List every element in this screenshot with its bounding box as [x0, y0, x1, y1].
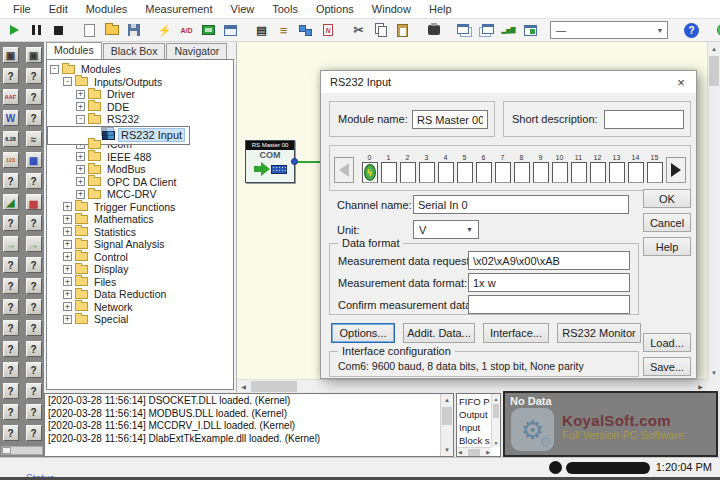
module-palette-icon[interactable]: ? [26, 173, 42, 189]
palette-scroll-thumb[interactable] [2, 447, 11, 454]
expand-toggle-icon[interactable]: + [63, 277, 72, 286]
rs-master-module-block[interactable]: RS Master 00 COM [245, 140, 295, 183]
channel-cell[interactable] [495, 162, 511, 183]
module-palette-icon[interactable]: ≈ [26, 131, 42, 147]
module-palette-icon[interactable]: → [26, 236, 42, 252]
workspace-vscrollbar[interactable]: ▲ ▼ [707, 42, 720, 379]
module-palette-icon[interactable]: ? [3, 425, 19, 441]
ad-converter-button[interactable]: A/D [177, 21, 196, 40]
expand-toggle-icon[interactable]: + [76, 102, 85, 111]
scroll-left-icon[interactable]: ◀ [237, 380, 250, 393]
channel-14[interactable]: 14 [626, 153, 645, 183]
module-palette-icon[interactable]: ▣ [3, 47, 19, 63]
tree-item-files[interactable]: +Files [47, 276, 233, 289]
menu-help[interactable]: Help [420, 1, 461, 17]
channel-cell[interactable] [419, 162, 435, 183]
module-palette-icon[interactable]: ◢ [3, 194, 19, 210]
module-palette-icon[interactable]: W [3, 110, 19, 126]
channel-0[interactable]: 0ϟ [360, 153, 379, 183]
menu-tools[interactable]: Tools [263, 1, 307, 17]
tree-item-signal-analysis[interactable]: +Signal Analysis [47, 238, 233, 251]
tree-item-rs232-input[interactable]: RS232 Input [47, 126, 190, 145]
tab-black-box[interactable]: Black Box [103, 43, 166, 59]
channel-cell[interactable] [533, 162, 549, 183]
help-icon[interactable]: ? [684, 23, 699, 38]
short-description-input[interactable] [604, 110, 684, 129]
fifo-vscrollbar[interactable]: ▲ ▼ [491, 394, 500, 447]
fifo-hscrollbar[interactable]: ◀ ▶ [457, 447, 491, 456]
channel-12[interactable]: 12 [588, 153, 607, 183]
channel-13[interactable]: 13 [607, 153, 626, 183]
tree-item-mcc-drv[interactable]: +MCC-DRV [47, 188, 233, 201]
interface-button[interactable]: Interface... [483, 323, 549, 343]
documentation-button[interactable] [318, 21, 337, 40]
start-button[interactable] [5, 21, 24, 40]
tab-navigator[interactable]: Navigator [166, 43, 227, 59]
module-output-port[interactable] [291, 158, 298, 165]
module-palette-icon[interactable]: ? [3, 362, 19, 378]
expand-toggle-icon[interactable]: + [63, 240, 72, 249]
channel-cell[interactable] [476, 162, 492, 183]
module-palette-icon[interactable]: ▦ [26, 152, 42, 168]
help-button[interactable]: Help [643, 237, 691, 256]
run-display-button[interactable] [521, 21, 540, 40]
channel-2[interactable]: 2 [398, 153, 417, 183]
expand-toggle-icon[interactable]: + [63, 202, 72, 211]
scroll-down-icon[interactable]: ▼ [708, 366, 720, 379]
channel-cell[interactable] [609, 162, 625, 183]
channel-cell[interactable]: ϟ [362, 162, 378, 183]
tree-item-statistics[interactable]: +Statistics [47, 226, 233, 239]
expand-toggle-icon[interactable]: + [63, 215, 72, 224]
tree-item-modbus[interactable]: +ModBus [47, 163, 233, 176]
tree-item-control[interactable]: +Control [47, 251, 233, 264]
prev-channel-button[interactable] [334, 157, 354, 183]
module-palette-icon[interactable]: AAF [3, 89, 19, 105]
channel-7[interactable]: 7 [493, 153, 512, 183]
channel-6[interactable]: 6 [474, 153, 493, 183]
channel-cell[interactable] [552, 162, 568, 183]
module-palette-icon[interactable]: → [3, 236, 19, 252]
tree-item-dde[interactable]: +DDE [47, 101, 233, 114]
fifo-item-input[interactable]: Input [459, 421, 490, 434]
scroll-down-icon[interactable]: ▼ [492, 438, 500, 447]
ok-button[interactable]: OK [643, 189, 691, 208]
module-palette-icon[interactable]: ? [26, 404, 42, 420]
module-palette-icon[interactable]: ? [3, 320, 19, 336]
expand-toggle-icon[interactable]: - [76, 115, 85, 124]
cut-button[interactable]: ✂ [349, 21, 368, 40]
scroll-left-icon[interactable]: ◀ [458, 449, 462, 455]
module-palette-icon[interactable]: ? [26, 68, 42, 84]
menu-view[interactable]: View [222, 1, 264, 17]
module-palette-icon[interactable]: ▅ [26, 194, 42, 210]
save-worksheet-button[interactable] [124, 21, 143, 40]
tree-item-display[interactable]: +Display [47, 263, 233, 276]
tree-item-ieee-488[interactable]: +IEEE 488 [47, 151, 233, 164]
module-palette-icon[interactable]: ? [3, 173, 19, 189]
tree-item-data-reduction[interactable]: +Data Reduction [47, 288, 233, 301]
module-palette-icon[interactable]: ? [26, 425, 42, 441]
load-button[interactable]: Load... [643, 333, 691, 352]
module-palette-icon[interactable]: 123 [3, 152, 19, 168]
fifo-item-output[interactable]: Output [459, 408, 490, 421]
format-input[interactable] [468, 273, 630, 292]
menu-file[interactable]: File [4, 1, 40, 17]
expand-toggle-icon[interactable]: + [63, 252, 72, 261]
close-icon[interactable]: × [666, 71, 696, 93]
tree-item-opc-da-client[interactable]: +OPC DA Client [47, 176, 233, 189]
tree-item-mathematics[interactable]: +Mathematics [47, 213, 233, 226]
channel-8[interactable]: 8 [512, 153, 531, 183]
cancel-button[interactable]: Cancel [643, 213, 691, 232]
log-scroll-thumb[interactable] [442, 407, 452, 425]
tree-item-trigger-functions[interactable]: +Trigger Functions [47, 201, 233, 214]
channel-cell[interactable] [457, 162, 473, 183]
channel-cell[interactable] [590, 162, 606, 183]
expand-toggle-icon[interactable]: - [50, 65, 59, 74]
module-palette-icon[interactable]: 6.28 [3, 131, 19, 147]
module-palette-icon[interactable]: ? [26, 215, 42, 231]
scroll-up-icon[interactable]: ▲ [708, 42, 720, 55]
tree-item-network[interactable]: +Network [47, 301, 233, 314]
copy-button[interactable] [371, 21, 390, 40]
tile-windows-button[interactable] [477, 21, 496, 40]
options-button[interactable]: Options... [331, 323, 395, 343]
expand-toggle-icon[interactable]: + [63, 265, 72, 274]
